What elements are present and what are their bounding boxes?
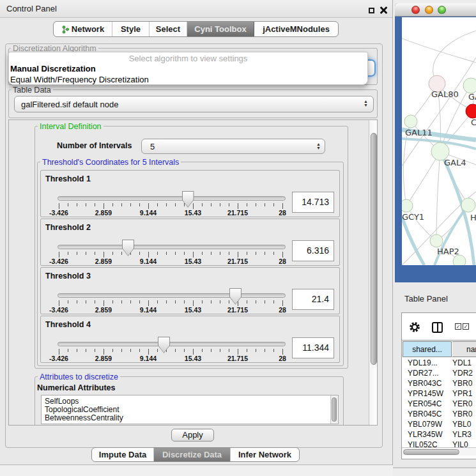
network-canvas[interactable]: GAL80 GAL11 GAL4 GCY1 HAP2 GA C H	[402, 17, 476, 265]
table-row[interactable]: YDL19...YDL1	[402, 358, 476, 369]
number-of-intervals-label: Number of Intervals	[57, 141, 132, 150]
tab-select-label: Select	[156, 22, 180, 36]
table-row[interactable]: YPR145WYPR1	[402, 389, 476, 399]
tick-label: -3.426	[40, 306, 78, 314]
dropdown-prompt[interactable]: Select algorithm to view settings	[9, 52, 367, 64]
slider-track[interactable]	[58, 196, 286, 201]
number-of-intervals-spinner[interactable]: 5	[141, 139, 325, 154]
tick-label: 2.859	[84, 355, 123, 362]
slider-thumb[interactable]	[122, 240, 134, 256]
tick-label: 15.43	[174, 209, 212, 217]
network-icon	[61, 25, 70, 34]
numerical-attributes-label: Numerical Attributes	[37, 383, 115, 392]
tick-label: 9.144	[129, 257, 167, 265]
tab-network[interactable]: Network	[54, 22, 112, 36]
table-row[interactable]: YBL079WYBL0	[402, 420, 476, 430]
control-panel-title: Control Panel	[6, 0, 57, 18]
table-row[interactable]: YDR27...YDR2	[402, 369, 476, 379]
threshold-label: Threshold 2	[45, 223, 91, 232]
table-header: shared... name	[402, 340, 476, 357]
list-scrollbar[interactable]	[330, 395, 338, 424]
tab-discretize-data[interactable]: Discretize Data	[154, 448, 231, 461]
tab-select[interactable]: Select	[150, 22, 187, 36]
attributes-group-title: Attributes to discretize	[38, 372, 120, 381]
tab-impute-data[interactable]: Impute Data	[92, 448, 154, 461]
dropdown-option-manual[interactable]: Manual Discretization	[9, 64, 367, 75]
tick-label: 2.859	[84, 306, 123, 314]
settings-scrollpane: Interval Definition Number of Intervals …	[8, 119, 378, 426]
column-header-shared-name[interactable]: shared...	[403, 341, 452, 357]
table-row[interactable]: YER054CYER0	[402, 399, 476, 410]
tick-label: 21.715	[219, 355, 257, 362]
node-label-partial: H	[470, 213, 476, 222]
tick-label: 9.144	[129, 355, 167, 362]
tab-style-label: Style	[121, 22, 141, 36]
bottom-tabs: Impute Data Discretize Data Infer Networ…	[91, 447, 300, 462]
tick-label: 21.715	[219, 306, 257, 314]
node-gcy1	[402, 199, 413, 212]
tick-label: 2.859	[84, 209, 123, 217]
node-label: HAP2	[437, 247, 459, 256]
close-icon[interactable]	[380, 6, 387, 14]
threshold-box: Threshold 2-3.4262.8599.14415.4321.71528…	[40, 219, 340, 266]
tab-cyni-toolbox-label: Cyni Toolbox	[194, 22, 246, 36]
table-row[interactable]: YBR043CYBR0	[402, 379, 476, 389]
attribute-item[interactable]: BetweennessCentrality	[42, 414, 338, 422]
tick-label: 9.144	[129, 209, 167, 217]
close-traffic-light[interactable]	[411, 6, 420, 14]
minimize-traffic-light[interactable]	[425, 6, 433, 14]
node-label: GAL80	[431, 89, 459, 99]
numerical-attributes-list[interactable]: SelfLoopsTopologicalCoefficientBetweenne…	[41, 395, 339, 424]
tick-label: -3.426	[40, 209, 78, 217]
node-gal11	[404, 115, 417, 128]
control-panel-titlebar: Control Panel	[0, 0, 392, 18]
table-hscrollbar[interactable]	[402, 447, 476, 456]
tab-infer-network[interactable]: Infer Network	[231, 448, 299, 461]
threshold-value-field[interactable]: 14.713	[292, 192, 334, 213]
tick-label: -3.426	[40, 355, 78, 362]
tick-label: 21.715	[219, 209, 257, 217]
attribute-item[interactable]: TopologicalCoefficient	[42, 406, 338, 414]
table-data-group-title: Table Data	[11, 86, 53, 95]
settings-scrollbar[interactable]	[369, 120, 378, 425]
slider-track[interactable]	[58, 293, 286, 298]
slider-track[interactable]	[58, 245, 286, 249]
table-data-combobox[interactable]: galFiltered.sif default node	[14, 96, 374, 112]
table-row[interactable]: YBR045CYBR0	[402, 410, 476, 420]
node-red	[466, 104, 476, 118]
threshold-box: Threshold 1-3.4262.8599.14415.4321.71528…	[40, 170, 340, 217]
tab-cyni-toolbox[interactable]: Cyni Toolbox	[187, 22, 254, 36]
tick-label: 15.43	[174, 306, 212, 314]
network-window-titlebar	[395, 3, 476, 17]
node-hap2	[430, 234, 443, 247]
slider-track[interactable]	[58, 342, 286, 346]
tick-label: 9.144	[129, 306, 167, 314]
column-header-name[interactable]: name	[452, 341, 476, 357]
gear-icon[interactable]	[409, 321, 420, 333]
zoom-traffic-light[interactable]	[438, 6, 446, 14]
node-label-partial: C	[471, 118, 476, 127]
node-bottom	[453, 255, 466, 265]
threshold-value-field[interactable]: 11.344	[292, 337, 334, 358]
tab-jactivemnodules[interactable]: jActiveMNodules	[254, 22, 338, 36]
columns-icon[interactable]	[432, 322, 443, 333]
node-top-right	[463, 78, 476, 93]
tab-style[interactable]: Style	[112, 22, 150, 36]
tick-label: 15.43	[174, 355, 212, 362]
apply-button[interactable]: Apply	[171, 429, 214, 441]
threshold-value-field[interactable]: 21.4	[292, 289, 334, 310]
float-window-icon[interactable]	[369, 8, 374, 13]
node-label: GCY1	[402, 212, 424, 222]
node-label: GAL4	[444, 158, 466, 167]
select-columns-icon[interactable]: ✓ ✓	[455, 323, 470, 330]
table-row[interactable]: YLR345WYLR3	[402, 430, 476, 440]
dropdown-option-equal-width[interactable]: Equal Width/Frequency Discretization	[9, 75, 367, 86]
slider-thumb[interactable]	[229, 288, 242, 305]
table-panel-title: Table Panel	[404, 294, 448, 303]
network-view-window: GAL80 GAL11 GAL4 GCY1 HAP2 GA C H	[395, 3, 476, 282]
slider-thumb[interactable]	[158, 337, 170, 353]
threshold-value-field[interactable]: 6.316	[292, 240, 334, 261]
threshold-label: Threshold 4	[45, 320, 91, 329]
attribute-item[interactable]: SelfLoops	[42, 397, 338, 406]
node-label: GAL11	[405, 128, 433, 137]
